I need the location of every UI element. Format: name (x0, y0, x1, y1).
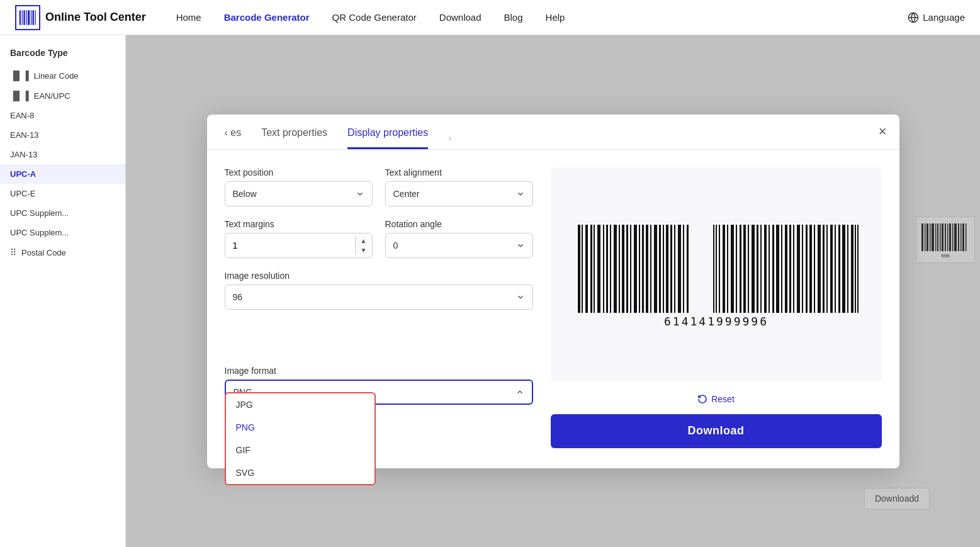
svg-rect-41 (626, 225, 628, 313)
rotation-angle-group: Rotation angle 0 (385, 219, 533, 258)
image-resolution-group: Image resolution 96 (225, 271, 533, 353)
svg-rect-48 (654, 225, 657, 313)
logo[interactable]: Online Tool Center (15, 5, 146, 30)
navbar: Online Tool Center Home Barcode Generato… (0, 0, 980, 35)
nav-download[interactable]: Download (439, 12, 482, 23)
tab-prev-arrow[interactable]: ‹ es (225, 127, 242, 149)
svg-rect-49 (659, 225, 661, 313)
chevron-down-icon (356, 189, 364, 198)
text-margins-input[interactable]: ▲ ▼ (225, 233, 373, 258)
image-resolution-label: Image resolution (225, 271, 533, 281)
reset-button[interactable]: Reset (697, 394, 735, 404)
svg-rect-29 (578, 225, 580, 313)
format-option-svg[interactable]: SVG (226, 461, 375, 484)
modal-close-button[interactable]: × (879, 123, 887, 140)
text-margins-label: Text margins (225, 219, 373, 229)
svg-rect-32 (590, 225, 592, 313)
modal-header: ‹ es Text properties Display properties … (207, 115, 899, 150)
text-alignment-label: Text alignment (385, 167, 533, 178)
text-alignment-group: Text alignment Center (385, 167, 533, 206)
tab-text-properties[interactable]: Text properties (261, 127, 327, 149)
rotation-angle-label: Rotation angle (385, 219, 533, 229)
nav-home[interactable]: Home (176, 12, 201, 23)
svg-rect-66 (748, 225, 749, 313)
sidebar: Barcode Type ▐▌▐ Linear Code ▐▌▐ EAN/UPC… (0, 35, 126, 547)
format-option-png[interactable]: PNG (226, 416, 375, 439)
chevron-down-icon3 (516, 241, 525, 250)
svg-rect-59 (719, 225, 720, 313)
sidebar-title: Barcode Type (0, 48, 125, 65)
svg-rect-64 (740, 225, 741, 313)
svg-rect-82 (814, 225, 815, 313)
text-margins-field[interactable] (225, 235, 355, 256)
svg-rect-56 (687, 225, 689, 313)
svg-rect-70 (764, 225, 767, 313)
main-layout: Barcode Type ▐▌▐ Linear Code ▐▌▐ EAN/UPC… (0, 35, 980, 547)
format-option-jpg[interactable]: JPG (226, 393, 375, 416)
spin-down-margins[interactable]: ▼ (356, 245, 372, 255)
svg-rect-36 (606, 225, 608, 313)
logo-text: Online Tool Center (45, 11, 146, 24)
sidebar-item-jan-13[interactable]: JAN-13 (0, 145, 125, 164)
language-selector[interactable]: Language (908, 12, 965, 23)
svg-rect-83 (818, 225, 821, 313)
image-resolution-select[interactable]: 96 (225, 285, 533, 310)
svg-rect-71 (769, 225, 770, 313)
svg-rect-62 (731, 225, 734, 313)
svg-rect-81 (809, 225, 812, 313)
svg-rect-3 (26, 10, 27, 25)
text-alignment-select[interactable]: Center (385, 181, 533, 206)
sidebar-item-upc-a[interactable]: UPC-A (0, 164, 125, 184)
svg-rect-53 (674, 225, 675, 313)
svg-rect-4 (28, 10, 30, 25)
globe-icon (908, 12, 919, 23)
sidebar-item-linear-code[interactable]: ▐▌▐ Linear Code (0, 65, 125, 86)
reset-icon (697, 394, 707, 404)
svg-rect-85 (826, 225, 828, 313)
sidebar-item-ean-upc[interactable]: ▐▌▐ EAN/UPC (0, 86, 125, 106)
svg-rect-0 (20, 10, 21, 25)
nav-help[interactable]: Help (546, 12, 565, 23)
svg-rect-69 (760, 225, 762, 313)
sidebar-item-upc-e[interactable]: UPC-E (0, 184, 125, 203)
nav-links: Home Barcode Generator QR Code Generator… (176, 12, 908, 23)
tab-next-arrow[interactable]: › (448, 133, 451, 143)
tab-display-properties[interactable]: Display properties (347, 127, 428, 149)
sidebar-item-ean-13[interactable]: EAN-13 (0, 125, 125, 145)
svg-rect-51 (666, 225, 668, 313)
nav-barcode-generator[interactable]: Barcode Generator (224, 12, 310, 23)
download-button[interactable]: Download (551, 414, 882, 448)
rotation-angle-select[interactable]: 0 (385, 233, 533, 258)
sidebar-item-ean-8[interactable]: EAN-8 (0, 106, 125, 125)
sidebar-item-postal-code[interactable]: ⠿ Postal Code (0, 242, 125, 262)
sidebar-item-upc-supplement5[interactable]: UPC Supplem... (0, 223, 125, 242)
nav-qr-code[interactable]: QR Code Generator (332, 12, 417, 23)
sidebar-item-upc-supplement2[interactable]: UPC Supplem... (0, 203, 125, 223)
svg-rect-79 (802, 225, 803, 313)
svg-text:614141999996: 614141999996 (663, 315, 768, 328)
nav-blog[interactable]: Blog (504, 12, 523, 23)
svg-rect-33 (594, 225, 595, 313)
modal-body: Text position Below Text alignment Cente… (207, 150, 899, 448)
svg-rect-37 (610, 225, 611, 313)
svg-rect-46 (646, 225, 648, 313)
svg-rect-84 (823, 225, 825, 313)
svg-rect-38 (614, 225, 617, 313)
text-position-group: Text position Below (225, 167, 373, 206)
text-position-select[interactable]: Below (225, 181, 373, 206)
spin-up-margins[interactable]: ▲ (356, 236, 372, 245)
svg-rect-1 (22, 10, 23, 25)
svg-rect-72 (772, 225, 774, 313)
svg-rect-58 (716, 225, 717, 313)
svg-rect-87 (835, 225, 836, 313)
text-position-label: Text position (225, 167, 373, 178)
chevron-down-icon2 (516, 189, 525, 198)
svg-rect-6 (33, 10, 35, 25)
image-format-dropdown: JPG PNG GIF SVG (225, 392, 376, 485)
barcode-preview: 614141999996 (551, 167, 882, 381)
svg-rect-60 (723, 225, 725, 313)
svg-rect-63 (736, 225, 737, 313)
svg-rect-90 (847, 225, 848, 313)
format-option-gif[interactable]: GIF (226, 439, 375, 461)
modal: ‹ es Text properties Display properties … (207, 115, 899, 468)
